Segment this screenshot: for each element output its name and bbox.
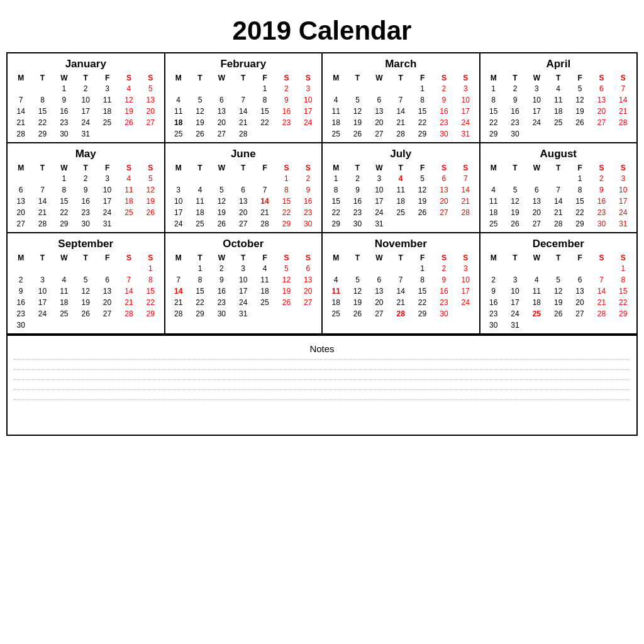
calendar-day: 7	[613, 83, 634, 94]
day-header: F	[411, 163, 433, 173]
calendar-day: 4	[325, 94, 347, 106]
calendar-day: 25	[118, 207, 140, 218]
calendar-day: 21	[455, 196, 476, 207]
calendar-day: 13	[433, 184, 455, 196]
day-header: S	[455, 253, 476, 263]
calendar-day: 13	[10, 196, 31, 207]
notes-section: Notes	[6, 335, 638, 436]
calendar-day: 24	[613, 207, 634, 218]
calendar-day: 28	[31, 218, 53, 230]
calendar-day: 16	[483, 297, 504, 308]
calendar-day: 31	[96, 218, 118, 230]
calendar-day: 2	[75, 83, 96, 94]
calendar-day: 13	[591, 94, 612, 106]
calendar-day: 23	[297, 207, 319, 218]
calendar-day: 20	[433, 196, 455, 207]
calendar-day: 14	[591, 286, 612, 297]
calendar-day: 20	[140, 106, 161, 117]
calendar-day: 29	[31, 128, 53, 140]
calendar-day: 30	[10, 319, 31, 331]
day-header: T	[233, 73, 254, 83]
calendar-day: 3	[369, 173, 390, 184]
calendar-day: 28	[390, 128, 411, 140]
calendar-day	[569, 263, 591, 274]
calendar-day: 7	[254, 184, 275, 196]
calendar-day: 19	[140, 196, 161, 207]
calendar-day: 8	[411, 94, 433, 106]
calendar-day: 25	[168, 128, 189, 140]
calendar-day: 9	[483, 286, 504, 297]
calendar-day: 20	[569, 297, 591, 308]
calendar-day: 15	[483, 106, 504, 117]
calendar-day: 22	[254, 117, 275, 128]
day-header: F	[569, 163, 591, 173]
page-title: 2019 Calendar	[6, 6, 638, 52]
month-table-july: MTWTFSS123456789101112131415161718192021…	[325, 163, 477, 230]
calendar-day: 22	[483, 117, 504, 128]
calendar-day: 4	[53, 274, 75, 286]
day-header: S	[297, 163, 319, 173]
day-header: S	[275, 253, 297, 263]
calendar-day	[347, 263, 368, 274]
calendar-day: 21	[548, 207, 569, 218]
calendar-day: 23	[211, 297, 232, 308]
day-header: S	[591, 163, 612, 173]
calendar-day: 2	[297, 173, 319, 184]
day-header: W	[369, 253, 390, 263]
calendar-day: 23	[10, 308, 31, 319]
calendar-day: 4	[118, 173, 140, 184]
calendar-day: 5	[140, 173, 161, 184]
calendar-day: 24	[233, 297, 254, 308]
calendar-day: 6	[569, 274, 591, 286]
calendar-day: 4	[254, 263, 275, 274]
calendar-day: 17	[455, 286, 476, 297]
calendar-day: 10	[75, 94, 96, 106]
calendar-day: 21	[31, 207, 53, 218]
calendar-day: 18	[254, 286, 275, 297]
calendar-day: 29	[411, 128, 433, 140]
calendar-day	[31, 263, 53, 274]
calendar-day: 12	[75, 286, 96, 297]
calendar-day: 19	[569, 106, 591, 117]
calendar-day	[455, 218, 476, 230]
calendar-day: 8	[31, 94, 53, 106]
calendar-day: 12	[140, 184, 161, 196]
month-table-november: MTWTFSS123456789101112131415161718192021…	[325, 253, 477, 319]
calendar-day: 14	[118, 286, 140, 297]
day-header: M	[168, 73, 189, 83]
calendar-day: 11	[390, 184, 411, 196]
calendar-day: 5	[504, 184, 526, 196]
calendar-day: 16	[591, 196, 612, 207]
calendar-day	[10, 173, 31, 184]
calendar-day: 12	[189, 106, 211, 117]
calendar-day: 13	[569, 286, 591, 297]
calendar-day: 22	[411, 297, 433, 308]
calendar-day: 22	[53, 207, 75, 218]
calendar-day: 25	[254, 297, 275, 308]
calendar-day	[483, 173, 504, 184]
calendar-day	[96, 319, 118, 331]
calendar-day: 4	[526, 274, 547, 286]
day-header: T	[233, 163, 254, 173]
calendar-day: 9	[591, 184, 612, 196]
month-table-february: MTWTFSS123456789101112131415161718192021…	[168, 73, 319, 140]
calendar-day: 27	[369, 308, 390, 319]
calendar-day: 24	[455, 117, 476, 128]
calendar-day: 10	[233, 274, 254, 286]
day-header: S	[118, 253, 140, 263]
calendar-day: 14	[31, 196, 53, 207]
day-header: T	[390, 163, 411, 173]
calendar-day: 11	[53, 286, 75, 297]
month-name-february: February	[168, 56, 319, 73]
calendar-day: 14	[390, 286, 411, 297]
calendar-day: 9	[275, 94, 297, 106]
calendar-day: 23	[433, 117, 455, 128]
calendar-day: 20	[526, 207, 547, 218]
calendar-day: 30	[591, 218, 612, 230]
month-table-march: MTWTFSS123456789101112131415161718192021…	[325, 73, 477, 140]
calendar-day: 22	[31, 117, 53, 128]
day-header: M	[325, 73, 347, 83]
calendar-day	[548, 263, 569, 274]
calendar-day: 26	[118, 117, 140, 128]
calendar-day: 27	[591, 117, 612, 128]
